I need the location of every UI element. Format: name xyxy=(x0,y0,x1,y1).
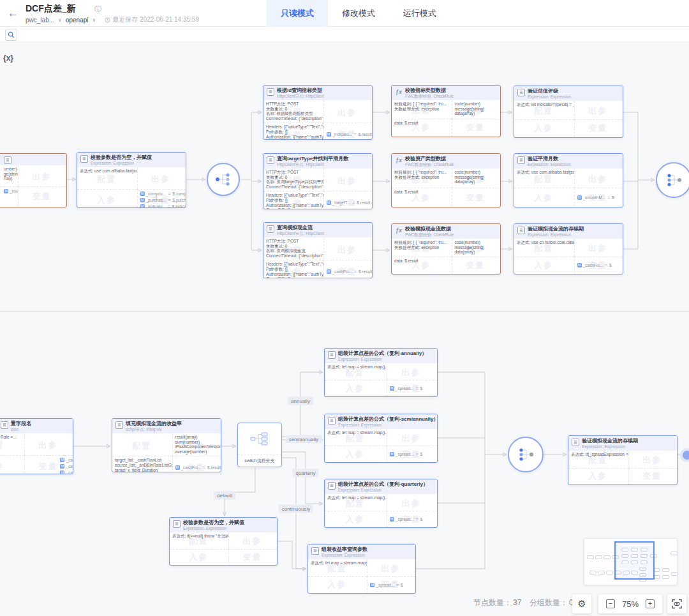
node-config-line: result(array) xyxy=(175,435,219,440)
flow-node-left-partial-top[interactable]: ≣ 配置 出参 入参 变量 umber)ge(string)rray) M _i… xyxy=(0,153,67,207)
node-body: 配置 出参 入参 变量 校验规则: [ { "required": tru...… xyxy=(392,239,500,274)
project-select[interactable]: pwc_lab... xyxy=(26,17,54,24)
info-icon[interactable]: ⓘ xyxy=(94,4,101,14)
node-body: 配置 出参 入参 变量 表达式: let map = stream.map().… xyxy=(308,559,415,593)
minimap-node xyxy=(662,568,669,572)
node-config-line: message(string) xyxy=(455,107,498,112)
node-config-line: 失败处理方式: exception xyxy=(394,107,449,112)
node-config-line: Headers: [{"valueType":"Text","n... xyxy=(266,262,321,267)
chevron-down-icon[interactable]: ∨ xyxy=(92,17,96,23)
node-body: 配置 出参 入参 变量 表达式: if(==null) throw "非法的..… xyxy=(170,532,277,565)
chevron-down-icon[interactable]: ∨ xyxy=(58,17,62,23)
flow-node-formula-annually[interactable]: ≣ 组装计算点差的公式（复利-annually） Expression: Exp… xyxy=(324,348,438,397)
node-body: 配置 出参 入参 变量 HTTP方法: POST失败重试: 0名称: 根据id查… xyxy=(263,100,372,140)
check-node-icon: ƒx xyxy=(395,227,403,234)
node-body: 配置 出参 入参 变量 表达式: let map = stream.map().… xyxy=(325,494,437,527)
flow-node-left-partial-bottom[interactable]: ≣ 置字段名 sion 配置 出参 入参 变量 Rate =... M _cas… xyxy=(0,418,73,474)
node-config-line: message(string) xyxy=(455,175,498,180)
flow-node-http-cashflow[interactable]: ≣ 查询模拟现金流 HttpClient节点: HttpClient 配置 出参… xyxy=(263,222,373,278)
back-button[interactable]: ← xyxy=(8,7,19,20)
flow-node-check-indicator-data[interactable]: ƒx 校验指标类型数据 FWC数据校验: CheckRule 配置 出参 入参 … xyxy=(391,85,501,137)
switch-node-label: switch流程分支 xyxy=(238,454,281,467)
node-header: ƒx 校验模拟现金流数据 FWC数据校验: CheckRule xyxy=(392,224,500,239)
flow-node-check-params-bottom[interactable]: ≣ 校验参数是否为空，并赋值 Expression: Expression 配置… xyxy=(169,517,278,566)
flow-node-fill-yield-rate[interactable]: ≣ 填充模拟现金流的收益率 script节点: interpV8 配置 出参 入… xyxy=(112,418,221,472)
node-config-line: average(number) xyxy=(175,449,219,454)
variable-type-icon: M xyxy=(390,386,394,391)
node-config-line: Query参数: [] xyxy=(266,139,321,140)
minimap[interactable] xyxy=(584,538,678,585)
flow-node-verify-smooth-months[interactable]: ≣ 验证平滑月数 Expression: Expression 配置 出参 入参… xyxy=(514,153,623,207)
node-config-line: 失败重试: 0 xyxy=(266,107,321,112)
tab-edit-mode[interactable]: 修改模式 xyxy=(328,0,389,27)
expression-tool-icon[interactable]: {x} xyxy=(3,54,13,63)
expr-node-icon: ≣ xyxy=(328,417,336,424)
node-config-line: target_x_field: Duration xyxy=(115,468,170,472)
node-title: 查询targetType并找到平滑月数 xyxy=(277,156,348,162)
node-body: 配置 出参 入参 变量 表达式: use cn.hutool.core.date… xyxy=(514,239,623,274)
node-config-line: ConnectTimeout: {"description"... xyxy=(266,253,321,259)
fit-view-icon xyxy=(672,599,682,609)
variable-badge: M _cashFlo...=Duration xyxy=(60,470,70,474)
node-config-line: 失败处理方式: exception xyxy=(394,245,449,250)
expr-node-icon: ≣ xyxy=(517,156,525,164)
expr-node-icon: ≣ xyxy=(80,155,88,163)
node-body: 配置 出参 入参 变量 校验规则: [ { "required": tru...… xyxy=(392,100,500,137)
settings-button[interactable]: ⚙ xyxy=(572,594,591,613)
zoom-out-button[interactable]: − xyxy=(606,599,615,608)
flow-node-switch-branch[interactable]: switch流程分支 xyxy=(237,423,282,467)
flow-node-check-cashflow-data[interactable]: ƒx 校验模拟现金流数据 FWC数据校验: CheckRule 配置 出参 入参… xyxy=(391,223,501,274)
node-config-line: code(number) xyxy=(455,170,498,175)
node-title: 验证模拟现金流的存续期 xyxy=(582,438,638,444)
api-select[interactable]: openapi xyxy=(66,17,89,24)
node-config-line: 名称: 查询targetType并找到平滑... xyxy=(266,179,321,184)
minimap-viewport[interactable] xyxy=(614,541,655,580)
node-subtitle: FWC数据校验: CheckRule xyxy=(405,94,454,99)
variable-type-icon: M xyxy=(175,465,180,470)
node-config-line: Authorization: [{"name":"authTyp... xyxy=(266,203,321,208)
variable-type-icon: M xyxy=(60,470,64,474)
node-config-line: data(array) xyxy=(455,111,498,116)
search-button[interactable] xyxy=(5,29,17,41)
variable-type-icon: M xyxy=(327,200,331,205)
node-config-line: Query参数: [] xyxy=(266,276,321,278)
expr-node-icon: ≣ xyxy=(517,227,525,234)
flow-connector-split-top[interactable] xyxy=(207,163,240,196)
flow-node-formula-semiannually[interactable]: ≣ 组装计算点差的公式（复利-semiannually） Expression:… xyxy=(324,414,438,463)
expr-node-icon: ≣ xyxy=(4,156,11,164)
flow-connector-merge-top[interactable] xyxy=(656,162,689,198)
edge-label-annually: annually xyxy=(288,397,313,405)
node-config-line: HTTP方法: POST xyxy=(266,170,321,175)
fit-view-button[interactable] xyxy=(667,594,686,613)
http-node-icon: ≣ xyxy=(267,225,274,233)
node-header: ≣ 组装计算点差的公式（复利-semiannually） Expression:… xyxy=(325,414,437,429)
node-config-line: 表达式: let map = stream.map()... xyxy=(311,560,364,566)
node-subtitle: Expression: Expression xyxy=(582,444,638,449)
flow-node-check-params-top[interactable]: ≣ 校验参数是否为空，并赋值 Expression: Expression 配置… xyxy=(77,152,186,208)
flow-node-http-indicator-type[interactable]: ≣ 根据id查询指标类型 HttpClient节点: HttpClient 配置… xyxy=(263,85,373,140)
node-config-line: HTTP方法: POST xyxy=(266,239,321,244)
flow-node-http-target-type[interactable]: ≣ 查询targetType并找到平滑月数 HttpClient节点: Http… xyxy=(263,153,373,209)
expr-node-icon: ≣ xyxy=(572,439,579,446)
node-config-line: 表达式: if(==null) throw "非法的... xyxy=(172,534,226,539)
flow-node-verify-cashflow-duration-bottom[interactable]: ≣ 验证模拟现金流的存续期 Expression: Expression 配置 … xyxy=(568,435,678,485)
flow-node-check-asset-data[interactable]: ƒx 校验资产类型数据 FWC数据校验: CheckRule 配置 出参 入参 … xyxy=(391,153,501,207)
flow-node-verify-valuation[interactable]: ≣ 验证估值评级 Expression: Expression 配置 出参 入参… xyxy=(514,86,623,138)
flow-node-yield-query-params[interactable]: ≣ 组装收益率查询参数 Expression: Expression 配置 出参… xyxy=(307,544,416,594)
minimap-node xyxy=(587,555,594,559)
flow-node-verify-cashflow-duration-top[interactable]: ≣ 验证模拟现金流的存续期 Expression: Expression 配置 … xyxy=(514,223,623,274)
node-title: 组装收益率查询参数 xyxy=(322,546,367,553)
variable-badge: M _compou...=$.compoun... xyxy=(140,191,184,197)
flow-node-formula-quarterly[interactable]: ≣ 组装计算点差的公式（复利-quarterly） Expression: Ex… xyxy=(324,479,438,528)
node-config-line: 表达式: let map = stream.map()... xyxy=(327,495,384,500)
node-config-line: data: $.result xyxy=(394,121,449,126)
zoom-in-button[interactable]: + xyxy=(646,599,655,608)
node-header: ≣ xyxy=(0,154,66,165)
node-config-line: 表达式: use com.alibaba.fastjson... xyxy=(80,169,135,174)
tab-readonly-mode[interactable]: 只读模式 xyxy=(267,0,328,27)
flow-connector-merge-bottom[interactable] xyxy=(508,437,544,472)
tab-run-mode[interactable]: 运行模式 xyxy=(389,0,450,27)
flow-canvas[interactable]: {x} xyxy=(0,0,689,616)
node-title: 根据id查询指标类型 xyxy=(277,87,324,94)
edge-label-continuously: continuously xyxy=(279,505,313,513)
